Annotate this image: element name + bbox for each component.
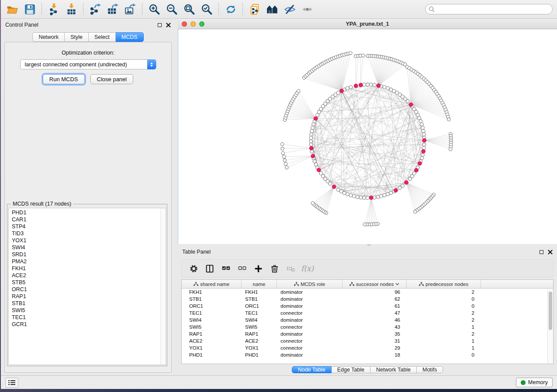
network-node[interactable] [406, 100, 409, 103]
table-scrollbar-thumb[interactable] [549, 292, 552, 330]
network-node[interactable] [447, 118, 450, 121]
cell-MCDS-role[interactable]: connector [277, 310, 343, 316]
cell-successor-nodes[interactable]: 31 [343, 338, 407, 344]
network-node[interactable] [398, 186, 401, 189]
network-node[interactable] [380, 195, 383, 198]
network-node[interactable] [284, 162, 287, 165]
table-row[interactable]: TEC1TEC1connector472 [182, 309, 553, 316]
cell-shared-name[interactable]: YOX1 [182, 345, 242, 351]
network-node[interactable] [346, 86, 349, 90]
column-header-successor-nodes[interactable]: successor nodes [343, 280, 407, 288]
network-node[interactable] [419, 120, 422, 123]
cell-MCDS-role[interactable]: dominator [277, 331, 343, 337]
cell-predecessor-nodes[interactable]: 2 [407, 310, 481, 316]
table-row[interactable]: RAP1RAP1dominator352 [182, 330, 553, 337]
network-node[interactable] [386, 193, 390, 196]
table-row[interactable]: PHD1PHD1dominator180 [182, 351, 553, 358]
overview-button[interactable] [263, 2, 281, 17]
network-node[interactable] [373, 83, 376, 87]
table-row[interactable]: SWI5SWI5connector431 [182, 323, 553, 330]
network-node[interactable] [362, 54, 365, 57]
cell-predecessor-nodes[interactable]: 2 [407, 317, 481, 323]
tab-network[interactable]: Network [32, 32, 65, 42]
open-button[interactable] [3, 2, 21, 17]
network-hub-node[interactable] [340, 89, 344, 93]
network-canvas[interactable] [178, 29, 557, 244]
tab-node-table[interactable]: Node Table [292, 366, 332, 373]
network-node[interactable] [309, 143, 313, 146]
float-table-panel-icon[interactable] [540, 250, 543, 254]
cell-shared-name[interactable]: PHD1 [182, 352, 242, 358]
cell-successor-nodes[interactable]: 29 [343, 345, 407, 351]
tab-select[interactable]: Select [89, 32, 116, 42]
network-node[interactable] [349, 193, 353, 197]
cell-name[interactable]: FKH1 [242, 289, 277, 295]
network-node[interactable] [282, 155, 285, 158]
cell-successor-nodes[interactable]: 47 [343, 310, 407, 316]
network-hub-node[interactable] [317, 168, 321, 172]
mcds-result-item[interactable]: ACE2 [9, 272, 166, 279]
network-node[interactable] [309, 136, 313, 140]
cell-predecessor-nodes[interactable]: 1 [407, 345, 481, 351]
close-window-icon[interactable] [182, 21, 187, 27]
criterion-dropdown[interactable]: largest connected component (undirected) [20, 59, 156, 69]
cell-MCDS-role[interactable]: connector [277, 345, 343, 351]
network-hub-node[interactable] [422, 149, 426, 153]
unselect-all-button[interactable] [235, 262, 249, 275]
settings-button[interactable] [187, 262, 200, 275]
cell-name[interactable]: STB1 [242, 296, 277, 302]
network-node[interactable] [422, 146, 426, 150]
tab-mcds[interactable]: MCDS [116, 32, 144, 42]
network-hub-node[interactable] [359, 83, 363, 87]
network-hub-node[interactable] [369, 196, 373, 200]
cell-successor-nodes[interactable]: 18 [343, 352, 407, 358]
network-node[interactable] [314, 163, 318, 166]
cell-name[interactable]: SWI4 [242, 317, 277, 323]
minimize-window-icon[interactable] [190, 21, 196, 27]
cell-MCDS-role[interactable]: connector [277, 338, 343, 344]
network-node[interactable] [366, 196, 370, 199]
cell-MCDS-role[interactable]: dominator [277, 352, 343, 358]
mcds-result-item[interactable]: CAR1 [9, 216, 166, 223]
refresh-button[interactable] [222, 2, 239, 17]
network-node[interactable] [414, 210, 417, 213]
network-node[interactable] [383, 193, 386, 197]
cell-successor-nodes[interactable]: 35 [343, 331, 407, 337]
cell-MCDS-role[interactable]: connector [277, 324, 343, 330]
network-hub-node[interactable] [415, 168, 419, 172]
network-node[interactable] [408, 177, 412, 181]
network-node[interactable] [313, 160, 316, 163]
cell-shared-name[interactable]: ORC1 [182, 303, 242, 309]
close-panel-icon[interactable] [166, 22, 171, 28]
network-node[interactable] [349, 86, 353, 89]
column-header-shared-name[interactable]: shared name [182, 280, 242, 288]
cell-successor-nodes[interactable]: 43 [343, 324, 407, 330]
mcds-result-item[interactable]: PHD1 [9, 208, 166, 216]
network-node[interactable] [363, 196, 366, 199]
cell-predecessor-nodes[interactable]: 1 [407, 324, 481, 330]
cell-predecessor-nodes[interactable]: 0 [407, 352, 481, 358]
network-node[interactable] [311, 126, 315, 130]
delete-column-button[interactable] [268, 262, 281, 275]
network-node[interactable] [309, 140, 313, 143]
table-row[interactable]: ACE2ACE2connector311 [182, 337, 553, 344]
table-row[interactable]: FKH1FKH1dominator962 [182, 289, 553, 296]
import-network-button[interactable] [45, 2, 62, 17]
horizontal-splitter[interactable] [178, 244, 557, 246]
network-node[interactable] [383, 86, 386, 89]
tab-style[interactable]: Style [65, 32, 89, 42]
function-builder-icon[interactable]: f(x) [301, 264, 314, 273]
cell-shared-name[interactable]: SWI4 [182, 317, 242, 323]
zoom-in-button[interactable] [145, 2, 163, 17]
mcds-result-item[interactable]: PMA2 [9, 258, 166, 265]
network-hub-node[interactable] [409, 103, 413, 107]
mcds-result-item[interactable]: SWI5 [9, 307, 166, 314]
cell-name[interactable]: SWI5 [242, 324, 277, 330]
float-panel-icon[interactable] [158, 23, 162, 27]
network-node[interactable] [353, 195, 356, 198]
table-scrollbar[interactable] [547, 289, 553, 364]
network-node[interactable] [363, 223, 366, 226]
tab-edge-table[interactable]: Edge Table [332, 366, 370, 373]
network-node[interactable] [376, 195, 380, 199]
cell-shared-name[interactable]: FKH1 [182, 289, 242, 295]
